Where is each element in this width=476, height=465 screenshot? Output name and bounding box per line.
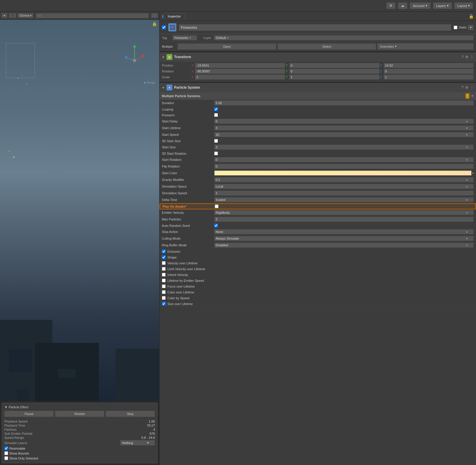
inspector-tab[interactable]: Inspector	[164, 13, 185, 19]
lock-button[interactable]: 🔒	[469, 14, 474, 19]
ps-dropdown-arrow-icon: ▾	[466, 198, 468, 202]
transform-header[interactable]: ▼ ⊞ Transform ? ⚙ ⋮	[160, 52, 476, 62]
module-checkbox[interactable]	[162, 250, 166, 253]
scale-x-axis: X	[192, 76, 194, 79]
ps-row-dropdown[interactable]: None ▾	[214, 229, 474, 234]
layer-dropdown[interactable]: Default ▾	[214, 35, 474, 40]
transform-help-button[interactable]: ?	[461, 55, 464, 59]
show-bounds-label: Show Bounds	[9, 452, 29, 455]
ps-plus-button[interactable]: +	[471, 93, 474, 99]
module-checkbox[interactable]	[162, 302, 166, 306]
ps-menu-button[interactable]: ⋮	[470, 85, 474, 90]
module-checkbox[interactable]	[162, 290, 166, 294]
ps-row-checkbox[interactable]	[214, 113, 218, 117]
ps-row-checkbox[interactable]	[215, 204, 219, 208]
pos-x-axis: X	[192, 64, 194, 67]
ps-title: Particle System	[174, 85, 460, 90]
ps-row-dropdown[interactable]: Rigidbody ▾	[214, 210, 474, 215]
pp-row-value: Nothing	[122, 441, 133, 445]
resimulate-checkbox[interactable]	[4, 446, 8, 450]
ps-row-input[interactable]	[214, 100, 474, 106]
go-active-checkbox[interactable]	[162, 25, 166, 29]
select-button[interactable]: Select	[278, 43, 376, 50]
ps-color-swatch[interactable]	[214, 170, 472, 176]
scale-z-input[interactable]	[384, 74, 474, 80]
static-dropdown-button[interactable]: ▾	[468, 25, 474, 30]
module-checkbox[interactable]	[162, 273, 166, 277]
overrides-dropdown[interactable]: Overrides ▾	[377, 43, 474, 50]
ps-row-checkbox[interactable]	[214, 139, 218, 143]
rot-x-input[interactable]	[195, 69, 285, 74]
scene-view[interactable]: ◄ Persp 🔒	[0, 20, 159, 401]
ps-row-checkbox[interactable]	[214, 224, 218, 227]
ps-row-dropdown[interactable]: Always Simulate ▾	[214, 236, 474, 241]
scale-y-input[interactable]	[289, 74, 379, 80]
show-only-selected-checkbox[interactable]	[4, 456, 8, 460]
transform-settings-button[interactable]: ⚙	[465, 55, 468, 59]
rot-y-input[interactable]	[289, 69, 379, 74]
overrides-label: Overrides	[380, 45, 394, 48]
pos-y-input[interactable]	[289, 63, 379, 68]
ps-row-checkbox[interactable]	[214, 107, 218, 111]
ps-row-dropdown[interactable]: 0.2 ▾	[214, 177, 474, 182]
open-button[interactable]: Open	[178, 43, 276, 50]
layer-arrow-icon: ▾	[227, 36, 229, 39]
ps-row-value: Rigidbody ▾	[214, 210, 474, 215]
ps-row-input[interactable]	[214, 164, 474, 169]
settings-button[interactable]: ⚙	[386, 2, 396, 9]
rot-z-input[interactable]	[384, 69, 474, 74]
module-checkbox[interactable]	[162, 261, 166, 265]
ps-dropdown-arrow-icon: ▾	[466, 127, 468, 130]
ps-row-dropdown[interactable]: Scaled ▾	[214, 197, 474, 202]
overrides-arrow-icon: ▾	[395, 44, 397, 48]
cloud-button[interactable]: ☁	[398, 2, 407, 9]
layout-button[interactable]: Layout ▾	[454, 2, 473, 9]
particle-panel-title: ▼ Particle Effect	[4, 405, 155, 409]
ps-row-checkbox[interactable]	[214, 152, 218, 155]
static-checkbox[interactable]	[454, 26, 457, 29]
menu-icon-button[interactable]: ⋮	[151, 13, 158, 18]
module-checkbox[interactable]	[162, 296, 166, 300]
pause-button[interactable]: Pause	[4, 411, 54, 417]
pos-x-input[interactable]	[195, 63, 285, 68]
ps-row-dropdown[interactable]: Local ▾	[214, 184, 474, 189]
scale-x-input[interactable]	[195, 74, 285, 80]
module-checkbox[interactable]	[162, 284, 166, 288]
restart-button[interactable]: Restart	[55, 411, 104, 417]
particle-system-header[interactable]: ▼ ✦ Particle System ? ⚙ ⋮	[160, 83, 476, 92]
ps-row-input[interactable]	[214, 190, 474, 196]
ps-row-dropdown[interactable]: 0 ▾	[214, 119, 474, 124]
show-bounds-checkbox[interactable]	[4, 451, 8, 455]
module-checkbox[interactable]	[162, 255, 166, 259]
account-button[interactable]: Account ▾	[410, 2, 431, 9]
ps-exclamation-button[interactable]: !	[466, 93, 469, 99]
stop-button[interactable]: Stop	[105, 411, 155, 417]
ps-help-button[interactable]: ?	[461, 85, 464, 90]
ps-row-dropdown[interactable]: 3 ▾	[214, 145, 474, 150]
ps-dropdown-value: 3	[216, 126, 217, 130]
ps-row-dropdown[interactable]: 10 ▾	[214, 132, 474, 137]
ps-row-dropdown[interactable]: 3 ▾	[214, 125, 474, 131]
ps-row-label: Simulation Space	[162, 185, 214, 188]
search-input[interactable]	[36, 13, 149, 18]
ps-icon: ✦	[167, 85, 172, 90]
ps-row-dropdown[interactable]: 0 ▾	[214, 157, 474, 162]
go-name-input[interactable]	[179, 24, 451, 31]
ps-row-input[interactable]	[214, 217, 474, 222]
layers-button[interactable]: Layers ▾	[433, 2, 452, 9]
transform-menu-button[interactable]: ⋮	[470, 55, 474, 59]
ps-settings-button[interactable]: ⚙	[465, 85, 468, 90]
tag-dropdown[interactable]: Fireworks ▾	[172, 35, 197, 40]
ps-row-dropdown[interactable]: Disabled ▾	[214, 243, 474, 248]
tools-button[interactable]: ✦	[1, 13, 8, 18]
ps-dropdown-value: 10	[216, 133, 219, 136]
pos-z-input[interactable]	[384, 63, 474, 68]
camera-button[interactable]: 🎥	[9, 13, 16, 18]
module-checkbox[interactable]	[162, 267, 166, 271]
pp-row-dropdown[interactable]: Nothing ▾	[120, 440, 155, 446]
ps-row-value: 0.2 ▾	[214, 177, 474, 182]
module-checkbox[interactable]	[162, 279, 166, 282]
gizmos-button[interactable]: Gizmos ▾	[17, 13, 33, 18]
module-label: Emission	[167, 250, 180, 253]
info-icon: ℹ	[162, 14, 163, 19]
